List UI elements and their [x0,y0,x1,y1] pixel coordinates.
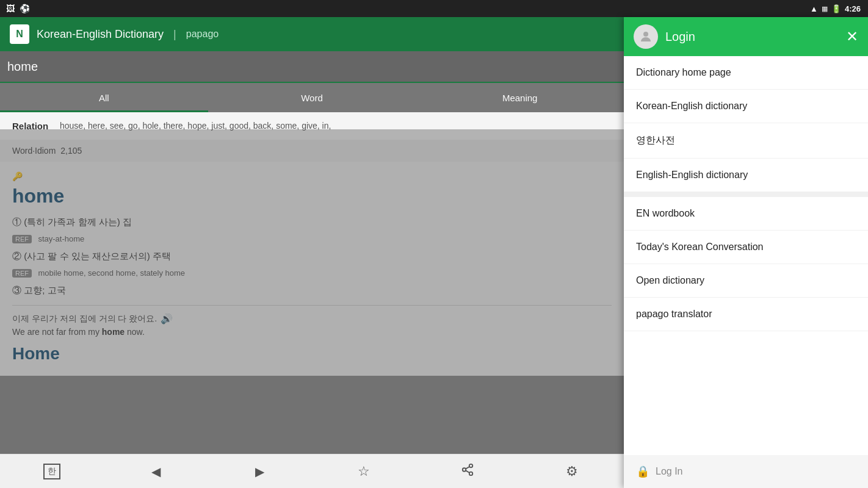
star-icon: ☆ [358,464,370,479]
close-icon[interactable]: ✕ [846,28,858,45]
app-header: N Korean-English Dictionary | papago [0,17,624,51]
status-bar-right: ▲ ▦ 🔋 4:26 [810,4,861,13]
search-input-value[interactable]: home [7,60,617,74]
tabs-bar: All Word Meaning [0,83,624,112]
tab-word[interactable]: Word [208,83,416,112]
korean-keyboard-button[interactable]: 한 [37,457,67,486]
back-icon: ◀ [151,464,161,479]
panel-menu-divider [624,192,868,197]
menu-item-papago-translator[interactable]: papago translator [624,298,868,331]
svg-point-0 [469,464,473,468]
forward-icon: ▶ [255,464,264,479]
menu-item-todays-korean[interactable]: Today's Korean Conversation [624,231,868,264]
status-bar-left-icons: 🖼 ⚽ [6,4,30,13]
settings-button[interactable]: ⚙ [557,457,587,486]
battery-icon: 🔋 [831,4,841,13]
panel-login[interactable]: 🔒 Log In [624,455,868,488]
panel-title: Login [665,30,839,44]
panel-header: Login ✕ [624,17,868,56]
soccer-icon: ⚽ [20,4,30,13]
menu-item-yeonghan[interactable]: 영한사전 [624,123,868,159]
menu-item-open-dictionary[interactable]: Open dictionary [624,264,868,298]
share-button[interactable] [453,457,482,486]
svg-line-4 [466,467,469,469]
svg-point-5 [643,32,648,37]
bookmark-button[interactable]: ☆ [349,457,378,486]
panel-avatar [634,24,658,49]
login-label: Log In [656,466,682,477]
status-time: 4:26 [845,4,861,13]
photo-icon: 🖼 [6,4,15,13]
main-overlay [0,129,624,454]
gear-icon: ⚙ [566,464,578,479]
header-divider: | [173,28,176,41]
bottom-nav: 한 ◀ ▶ ☆ ⚙ [0,454,624,488]
header-subtitle: papago [186,29,219,40]
svg-point-2 [469,472,473,476]
search-bar[interactable]: home [0,51,624,83]
app-title: Korean-English Dictionary [37,28,164,41]
lock-icon: 🔒 [636,465,649,478]
tab-all[interactable]: All [0,83,208,112]
menu-item-en-wordbook[interactable]: EN wordbook [624,197,868,231]
menu-item-korean-english-dict[interactable]: Korean-English dictionary [624,90,868,123]
status-bar: 🖼 ⚽ ▲ ▦ 🔋 4:26 [0,0,868,17]
svg-line-3 [466,470,469,473]
forward-button[interactable]: ▶ [245,457,275,486]
tab-meaning[interactable]: Meaning [416,83,624,112]
signal-icon: ▦ [822,5,828,13]
menu-item-dictionary-home[interactable]: Dictionary home page [624,56,868,90]
korean-btn-label: 한 [43,464,60,479]
side-panel: Login ✕ Dictionary home page Korean-Engl… [624,17,868,488]
wifi-icon: ▲ [810,4,818,13]
back-button[interactable]: ◀ [141,457,170,486]
panel-menu: Dictionary home page Korean-English dict… [624,56,868,455]
app-logo: N [10,24,29,44]
share-icon [461,463,474,479]
svg-point-1 [463,468,466,472]
menu-item-english-english-dict[interactable]: English-English dictionary [624,159,868,192]
